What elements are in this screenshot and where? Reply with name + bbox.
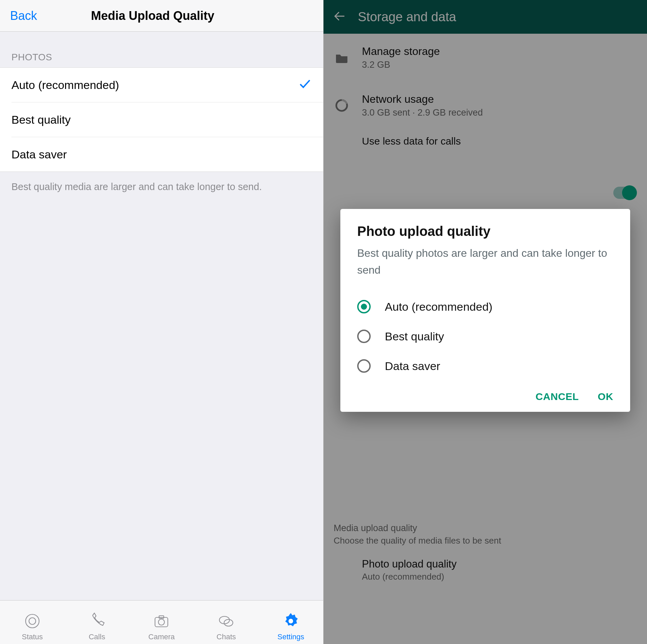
option-auto[interactable]: Auto (recommended) xyxy=(0,68,323,102)
tab-camera[interactable]: Camera xyxy=(129,612,194,641)
radio-label: Auto (recommended) xyxy=(385,300,492,313)
svg-point-1 xyxy=(29,618,36,624)
quality-options-list: Auto (recommended) Best quality Data sav… xyxy=(0,67,323,172)
tab-chats[interactable]: Chats xyxy=(194,612,258,641)
tab-settings[interactable]: Settings xyxy=(258,612,323,641)
tab-label: Settings xyxy=(277,633,304,641)
android-screen: Storage and data Manage storage 3.2 GB N… xyxy=(324,0,647,644)
status-icon xyxy=(23,612,42,631)
option-label: Data saver xyxy=(11,148,67,161)
option-label: Auto (recommended) xyxy=(11,79,119,92)
tab-label: Status xyxy=(22,633,43,641)
checkmark-icon xyxy=(298,77,312,93)
tab-status[interactable]: Status xyxy=(0,612,65,641)
radio-option-auto[interactable]: Auto (recommended) xyxy=(357,292,613,321)
ok-button[interactable]: OK xyxy=(598,391,613,402)
back-button[interactable]: Back xyxy=(0,8,37,23)
option-data-saver[interactable]: Data saver xyxy=(0,137,323,172)
tab-label: Calls xyxy=(89,633,105,641)
settings-icon xyxy=(281,612,300,631)
option-label: Best quality xyxy=(11,113,71,126)
ios-tabbar: Status Calls Camera Chats Settings xyxy=(0,600,323,644)
dialog-actions: CANCEL OK xyxy=(357,381,613,402)
section-header-photos: PHOTOS xyxy=(0,32,323,67)
chats-icon xyxy=(217,612,236,631)
ios-navbar: Back Media Upload Quality xyxy=(0,0,323,32)
svg-point-8 xyxy=(288,618,294,624)
radio-option-best-quality[interactable]: Best quality xyxy=(357,321,613,351)
back-label: Back xyxy=(10,9,37,23)
dialog-title: Photo upload quality xyxy=(357,224,613,239)
ios-screen: Back Media Upload Quality PHOTOS Auto (r… xyxy=(0,0,324,644)
photo-quality-dialog: Photo upload quality Best quality photos… xyxy=(340,209,630,412)
radio-option-data-saver[interactable]: Data saver xyxy=(357,351,613,381)
cancel-button[interactable]: CANCEL xyxy=(535,391,579,402)
page-title: Media Upload Quality xyxy=(91,9,214,23)
svg-point-0 xyxy=(26,614,39,628)
dialog-description: Best quality photos are larger and can t… xyxy=(357,245,613,278)
option-best-quality[interactable]: Best quality xyxy=(0,102,323,137)
tab-label: Camera xyxy=(148,633,175,641)
radio-icon xyxy=(357,330,371,343)
tab-calls[interactable]: Calls xyxy=(65,612,129,641)
radio-label: Best quality xyxy=(385,330,444,343)
radio-icon xyxy=(357,359,371,373)
footer-note: Best quality media are larger and can ta… xyxy=(0,172,323,202)
radio-icon xyxy=(357,300,371,313)
svg-point-3 xyxy=(158,619,164,625)
camera-icon xyxy=(152,612,171,631)
calls-icon xyxy=(88,612,106,631)
radio-label: Data saver xyxy=(385,360,440,373)
tab-label: Chats xyxy=(217,633,236,641)
